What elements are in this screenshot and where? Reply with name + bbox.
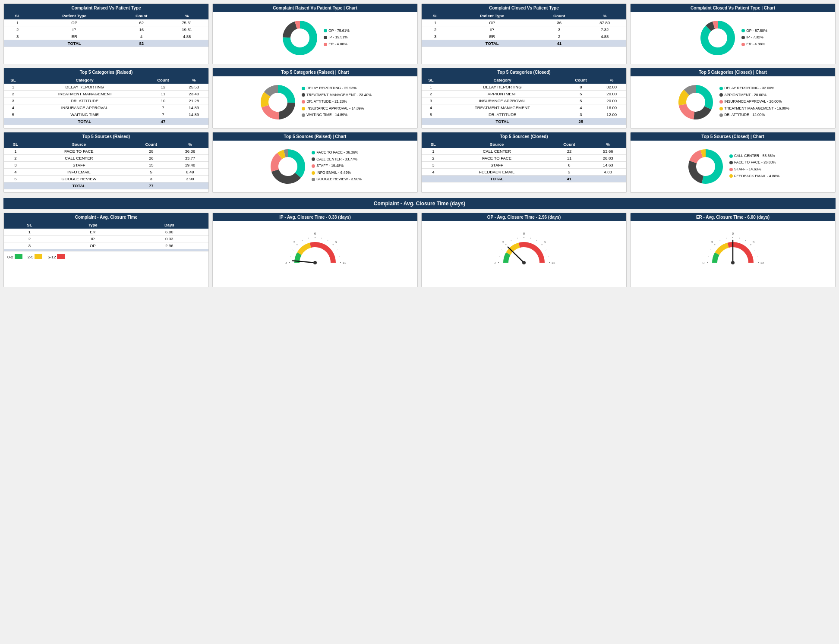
closed-patient-table: Complaint Closed Vs Patient Type SL Pati… <box>421 3 627 64</box>
table-cell: 2 <box>422 155 445 162</box>
table-cell: CALL CENTER <box>27 155 131 162</box>
legend-item: DR. ATTITUDE - 12.00% <box>719 112 789 118</box>
table-total-cell: TOTAL <box>445 176 549 182</box>
op-gauge-title: OP - Avg. Closure Time - 2.96 (days) <box>422 213 626 221</box>
legend-color <box>312 151 315 154</box>
avg-closure-table-title: Complaint - Avg. Closure Time <box>4 213 208 221</box>
col-count: Count <box>117 12 165 19</box>
table-cell: 19.51 <box>165 26 208 33</box>
table-row: 3OP2.96 <box>4 242 208 249</box>
table-cell: 4 <box>565 104 597 111</box>
table-cell: 25.53 <box>180 84 208 91</box>
legend-color <box>312 178 315 181</box>
table-row: 5GOOGLE REVIEW33.90 <box>4 176 208 182</box>
ip-gauge-card: IP - Avg. Closure Time - 0.33 (days) 036… <box>212 213 418 287</box>
table-cell: 5 <box>565 91 597 97</box>
table-cell: 1 <box>4 229 55 236</box>
col-count: Count <box>147 76 179 84</box>
svg-line-43 <box>710 250 711 250</box>
table-cell: 0.33 <box>130 236 208 242</box>
table-cell: 2 <box>549 169 590 176</box>
closed-patient-donut <box>698 19 737 57</box>
table-row: 2IP1619.51 <box>4 26 208 33</box>
avg-closure-table-card: Complaint - Avg. Closure Time SL Type Da… <box>3 213 209 287</box>
table-cell: 75.61 <box>165 19 208 26</box>
table-cell: IP <box>31 26 117 33</box>
table-row: 2IP37.32 <box>422 26 626 33</box>
col-pct: % <box>597 76 626 84</box>
table-row: 4INFO EMAIL56.49 <box>4 169 208 176</box>
svg-line-26 <box>511 240 511 241</box>
table-cell: 33.77 <box>172 155 208 162</box>
legend-text: IP - 19.51% <box>328 35 347 41</box>
closed-patient-legend: OP - 87.80%IP - 7.32%ER - 4.88% <box>741 28 767 48</box>
table-total-row: TOTAL25 <box>422 118 626 125</box>
svg-line-4 <box>297 245 297 245</box>
legend-color <box>719 87 723 90</box>
legend-color <box>312 164 315 168</box>
legend-item: DELAY REPORTING - 32.00% <box>719 85 789 91</box>
table-cell: OP <box>55 242 130 249</box>
legend-item: GOOGLE REVIEW - 3.90% <box>312 176 361 182</box>
table-total-cell: 82 <box>117 40 165 47</box>
table-cell: 7.32 <box>583 26 626 33</box>
legend-color <box>729 168 733 171</box>
legend-text: WAITING TIME - 14.89% <box>306 112 347 118</box>
table-cell: 3 <box>4 242 55 249</box>
table-cell: 1 <box>4 148 27 155</box>
table-cell: 6 <box>549 162 590 169</box>
legend-color <box>302 113 305 117</box>
table-row: 1ER6.00 <box>4 229 208 236</box>
table-cell: 20.00 <box>597 97 626 104</box>
table-cell: 7 <box>147 111 179 118</box>
legend-color <box>741 36 745 39</box>
legend-item: IP - 7.32% <box>741 35 767 41</box>
er-gauge-title: ER - Avg. Closure Time - 6.00 (days) <box>631 213 835 221</box>
svg-text:12: 12 <box>343 261 347 265</box>
legend-item: INSURANCE APPROVAL - 14.89% <box>302 106 372 112</box>
legend-color <box>719 113 723 117</box>
legend-text: OP - 75.61% <box>328 28 350 34</box>
table-cell: 10 <box>147 97 179 104</box>
table-total-row: TOTAL47 <box>4 118 208 125</box>
svg-text:6: 6 <box>523 232 525 236</box>
closure-legend-color <box>15 254 22 259</box>
table-cell: 4 <box>4 169 27 176</box>
table-total-cell <box>4 249 55 251</box>
table-cell: 19.48 <box>172 162 208 169</box>
col-sl: SL <box>422 141 445 148</box>
legend-text: FACE TO FACE - 26.83% <box>734 160 776 166</box>
table-cell: 36 <box>535 19 583 26</box>
legend-item: OP - 75.61% <box>324 28 350 34</box>
table-cell: TREATMENT MANAGEMENT <box>22 91 147 97</box>
table-cell: GOOGLE REVIEW <box>27 176 131 182</box>
raised-sources-chart-title: Top 5 Sources (Raised) | Chart <box>213 132 417 141</box>
raised-categories-donut <box>259 83 297 122</box>
svg-line-27 <box>517 238 517 239</box>
avg-closure-section-title: Complaint - Avg. Closure Time (days) <box>3 198 836 209</box>
legend-text: INSURANCE APPROVAL - 14.89% <box>306 106 364 112</box>
legend-text: INSURANCE APPROVAL - 20.00% <box>724 99 782 105</box>
table-total-cell <box>55 249 130 251</box>
table-total-cell <box>422 118 440 125</box>
table-cell: 26 <box>131 155 172 162</box>
table-cell: DR. ATTITUDE <box>440 111 565 118</box>
table-cell: 3 <box>131 176 172 182</box>
raised-sources-donut-container: FACE TO FACE - 36.36%CALL CENTER - 33.77… <box>213 141 417 192</box>
table-total-cell: TOTAL <box>27 182 131 189</box>
svg-text:3: 3 <box>293 240 296 244</box>
col-sl: SL <box>4 221 55 229</box>
table-cell: 2 <box>4 236 55 242</box>
table-total-cell <box>4 40 31 47</box>
table-row: 4TREATMENT MANAGEMENT416.00 <box>422 104 626 111</box>
table-cell: 12 <box>147 84 179 91</box>
table-cell: 36.36 <box>172 148 208 155</box>
col-source: Source <box>445 141 549 148</box>
svg-text:9: 9 <box>544 240 546 244</box>
legend-text: ER - 4.88% <box>328 41 347 47</box>
legend-text: ER - 4.88% <box>746 41 765 47</box>
legend-text: STAFF - 19.48% <box>316 163 344 169</box>
col-category: Category <box>440 76 565 84</box>
raised-sources-legend: FACE TO FACE - 36.36%CALL CENTER - 33.77… <box>312 150 361 183</box>
table-total-row <box>4 249 208 251</box>
